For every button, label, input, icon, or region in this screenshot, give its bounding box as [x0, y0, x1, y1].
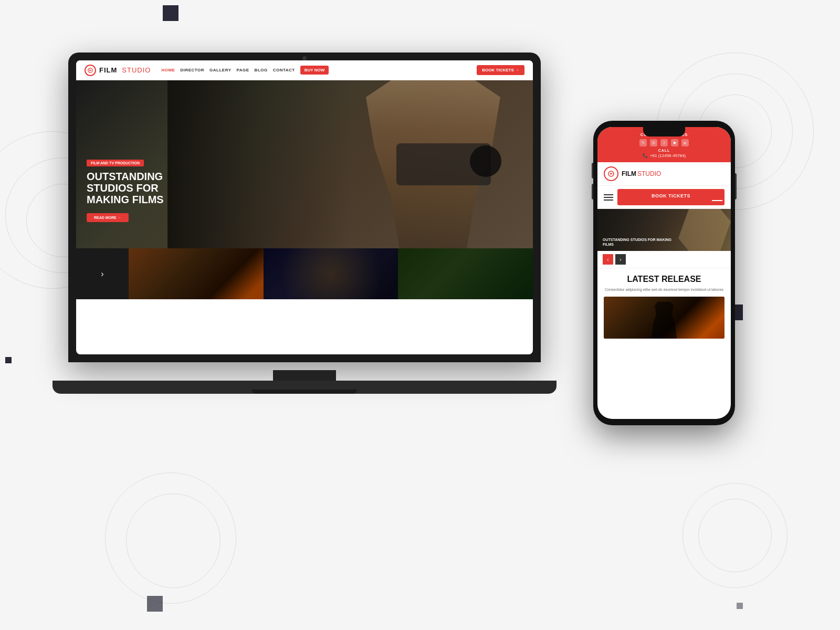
nav-gallery[interactable]: GALLERY — [209, 68, 231, 72]
laptop-device: FILM STUDIO HOME DIRECTOR GALLERY PAGE B… — [68, 52, 541, 394]
hero-content: FILM AND TV PRODUCTION OUTSTANDING STUDI… — [87, 157, 202, 222]
thumb-prev[interactable]: › — [76, 248, 129, 299]
mobile-notch — [643, 127, 685, 136]
twitter-icon[interactable]: 𝕏 — [639, 139, 647, 146]
facebook-icon[interactable]: f — [660, 139, 668, 146]
svg-marker-3 — [611, 173, 613, 175]
book-tickets-button[interactable]: BOOK TICKETS → — [477, 65, 524, 75]
youtube-icon[interactable]: ▶ — [671, 139, 678, 146]
svg-marker-1 — [89, 69, 91, 71]
logo-studio-text: STUDIO — [122, 66, 151, 74]
mobile-book-tickets-button[interactable]: BOOK TICKETS — [617, 189, 724, 205]
thumb-athlete[interactable] — [398, 248, 533, 299]
hamburger-line-2 — [604, 197, 613, 198]
nav-blog[interactable]: BLOG — [255, 68, 268, 72]
thumb-soldier[interactable] — [129, 248, 264, 299]
mobile-logo-film: FILM — [622, 170, 636, 177]
thumbnail-strip: › — [76, 248, 533, 299]
mobile-latest-image — [604, 297, 724, 339]
nav-links: HOME DIRECTOR GALLERY PAGE BLOG CONTACT … — [161, 66, 477, 75]
book-btn-line — [712, 200, 722, 201]
laptop-stand — [273, 370, 336, 381]
mobile-social-icons: 𝕏 ◎ f ▶ in — [604, 139, 724, 146]
thumb-football[interactable] — [264, 248, 398, 299]
mobile-call-label: CALL — [604, 149, 724, 152]
nav-page[interactable]: PAGE — [237, 68, 249, 72]
mobile-power-button — [735, 173, 737, 200]
read-more-button[interactable]: READ MORE → — [87, 213, 129, 222]
mobile-latest-title: LATEST RELEASE — [604, 275, 724, 284]
mobile-body: CONNECT WITH US 𝕏 ◎ f ▶ in CALL 📞 +81 (1… — [593, 121, 735, 425]
mobile-slider-arrows: ‹ › — [597, 251, 731, 268]
mobile-logo-studio: STUDIO — [637, 170, 661, 177]
mobile-vol-down-button — [592, 184, 593, 200]
buy-now-button[interactable]: BUY NOW — [300, 66, 329, 75]
nav-contact[interactable]: CONTACT — [273, 68, 295, 72]
hamburger-line-3 — [604, 200, 613, 201]
mobile-vol-up-button — [592, 163, 593, 178]
logo-film-text: FILM — [99, 66, 117, 74]
mobile-logo-icon — [604, 166, 618, 181]
mobile-prev-arrow[interactable]: ‹ — [603, 254, 613, 265]
hamburger-menu-button[interactable] — [604, 194, 613, 201]
mobile-screen: CONNECT WITH US 𝕏 ◎ f ▶ in CALL 📞 +81 (1… — [597, 127, 731, 419]
mobile-hero-title: OUTSTANDING STUDIOS FOR MAKING FILMS — [603, 238, 681, 247]
laptop-body: FILM STUDIO HOME DIRECTOR GALLERY PAGE B… — [68, 52, 541, 362]
nav-home[interactable]: HOME — [161, 68, 175, 72]
mobile-next-arrow[interactable]: › — [615, 254, 626, 265]
mobile-latest-section: LATEST RELEASE Consectetur adipiscing el… — [597, 268, 731, 345]
phone-icon: 📞 — [643, 153, 648, 158]
site-logo: FILM STUDIO — [85, 65, 151, 76]
hero-section: FILM AND TV PRODUCTION OUTSTANDING STUDI… — [76, 80, 533, 248]
hamburger-line-1 — [604, 194, 613, 195]
mobile-latest-desc: Consectetur adipiscing elitw sed do eius… — [604, 287, 724, 292]
mobile-device: CONNECT WITH US 𝕏 ◎ f ▶ in CALL 📞 +81 (1… — [593, 121, 735, 425]
linkedin-icon[interactable]: in — [681, 139, 689, 146]
logo-icon — [85, 65, 96, 76]
mobile-hero: OUTSTANDING STUDIOS FOR MAKING FILMS — [597, 209, 731, 251]
nav-director[interactable]: DIRECTOR — [180, 68, 204, 72]
laptop-screen: FILM STUDIO HOME DIRECTOR GALLERY PAGE B… — [76, 60, 533, 354]
mobile-nav-bar: BOOK TICKETS — [597, 186, 731, 209]
laptop-camera — [302, 56, 307, 60]
mobile-phone-number: 📞 +81 (12456-45784) — [604, 153, 724, 158]
mobile-logo-bar: FILM STUDIO — [597, 162, 731, 186]
hero-tag: FILM AND TV PRODUCTION — [87, 160, 144, 166]
hero-title: OUTSTANDING STUDIOS FOR MAKING FILMS — [87, 171, 202, 205]
site-navbar: FILM STUDIO HOME DIRECTOR GALLERY PAGE B… — [76, 60, 533, 80]
instagram-icon[interactable]: ◎ — [650, 139, 657, 146]
laptop-base — [52, 381, 556, 394]
